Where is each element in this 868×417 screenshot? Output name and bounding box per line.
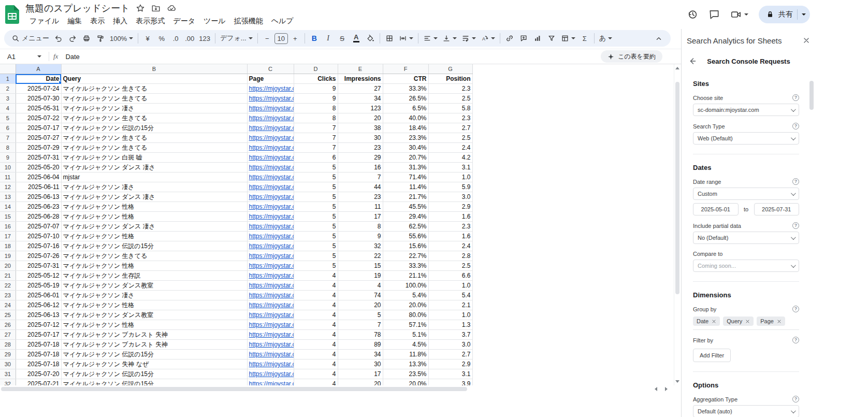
page-link[interactable]: https://mjoystar.c — [249, 105, 294, 112]
cell[interactable]: 9 — [294, 94, 338, 104]
row-header[interactable]: 31 — [0, 369, 16, 379]
cell[interactable]: 5 — [294, 172, 338, 182]
cell[interactable]: 123 — [338, 104, 383, 113]
move-folder-icon[interactable] — [151, 4, 161, 13]
menu-tools[interactable]: ツール — [199, 16, 230, 27]
row-header[interactable]: 13 — [0, 192, 16, 202]
page-link-cell[interactable]: https://mjoystar.c — [247, 113, 294, 123]
cell[interactable]: 20.0% — [383, 300, 428, 310]
chip-query[interactable]: Query — [723, 317, 754, 326]
row-header[interactable]: 26 — [0, 320, 16, 330]
cell[interactable]: マイケルジャクソン ダンス 凄さ — [61, 163, 247, 172]
cell[interactable]: 5 — [294, 232, 338, 241]
cell[interactable]: mjstar — [61, 172, 247, 182]
cell[interactable]: 5 — [294, 261, 338, 271]
select-all-corner[interactable] — [0, 64, 16, 74]
cell[interactable]: マイケルジャクソン 性格 — [61, 261, 247, 271]
row-header[interactable]: 19 — [0, 251, 16, 261]
row-header[interactable]: 7 — [0, 133, 16, 143]
cell[interactable]: 26.5% — [383, 94, 428, 104]
row-header[interactable]: 22 — [0, 281, 16, 291]
row-header[interactable]: 25 — [0, 310, 16, 320]
cell[interactable]: マイケルジャクソン 生きてる — [61, 94, 247, 104]
menu-data[interactable]: データ — [169, 16, 199, 27]
cell[interactable]: 4 — [294, 369, 338, 379]
cell[interactable]: 5.4% — [383, 291, 428, 300]
page-link-cell[interactable]: https://mjoystar.c — [247, 232, 294, 241]
cell[interactable]: マイケルジャクソン 生きてる — [61, 143, 247, 153]
row-header[interactable]: 27 — [0, 330, 16, 340]
row-header[interactable]: 12 — [0, 182, 16, 192]
cell[interactable]: 5 — [294, 241, 338, 251]
hide-menus-button[interactable] — [652, 32, 666, 45]
page-link-cell[interactable]: https://mjoystar.c — [247, 350, 294, 360]
cell[interactable]: 2.7 — [428, 123, 472, 133]
cell[interactable]: 2025-07-18 — [16, 360, 61, 369]
cell[interactable]: 2025-07-27 — [16, 133, 61, 143]
cell[interactable]: 3.7 — [428, 330, 472, 340]
table-views-button[interactable] — [559, 32, 577, 45]
cell[interactable]: 2025-07-17 — [16, 330, 61, 340]
cell[interactable]: 38 — [338, 123, 383, 133]
page-link-cell[interactable]: https://mjoystar.c — [247, 379, 294, 386]
cell[interactable]: 32 — [338, 241, 383, 251]
cell[interactable]: 74 — [338, 291, 383, 300]
column-header-F[interactable]: F — [383, 64, 428, 74]
remove-icon[interactable] — [777, 319, 782, 324]
cell[interactable]: 7 — [338, 320, 383, 330]
page-link[interactable]: https://mjoystar.c — [249, 311, 294, 319]
cell[interactable]: 7 — [294, 143, 338, 153]
page-link[interactable]: https://mjoystar.c — [249, 124, 294, 132]
cell[interactable]: 5 — [338, 310, 383, 320]
cell[interactable]: マイケルジャクソン 性格 — [61, 212, 247, 222]
page-link[interactable]: https://mjoystar.c — [249, 174, 294, 181]
cell[interactable]: 1.3 — [428, 320, 472, 330]
cell[interactable]: 13.3% — [383, 360, 428, 369]
cell[interactable]: 2025-07-20 — [16, 369, 61, 379]
cell[interactable]: 21.7% — [383, 192, 428, 202]
paint-format-button[interactable] — [94, 32, 107, 45]
cell[interactable]: 15 — [338, 261, 383, 271]
cell[interactable]: 23 — [338, 143, 383, 153]
menus-search-button[interactable]: メニュー — [9, 32, 51, 45]
cell[interactable]: 57.1% — [383, 320, 428, 330]
page-link-cell[interactable]: https://mjoystar.c — [247, 192, 294, 202]
menu-file[interactable]: ファイル — [25, 16, 63, 27]
page-link[interactable]: https://mjoystar.c — [249, 223, 294, 230]
cell[interactable]: 4 — [294, 291, 338, 300]
vertical-scroll-thumb[interactable] — [675, 82, 679, 294]
cell[interactable]: マイケルジャクソン 性格 — [61, 300, 247, 310]
cell[interactable]: 9 — [338, 232, 383, 241]
cell[interactable]: マイケルジャクソン 性格 — [61, 232, 247, 241]
add-filter-button[interactable]: Add Filter — [693, 349, 731, 362]
page-link-cell[interactable]: https://mjoystar.c — [247, 104, 294, 113]
cell[interactable]: マイケルジャクソン ブカレスト 失神 — [61, 330, 247, 340]
cell[interactable]: 2.5 — [428, 94, 472, 104]
italic-button[interactable]: I — [322, 32, 335, 45]
page-link[interactable]: https://mjoystar.c — [249, 134, 294, 141]
row-header[interactable]: 14 — [0, 202, 16, 212]
cell[interactable]: 8 — [294, 113, 338, 123]
cell[interactable]: 18.4% — [383, 123, 428, 133]
search-type-select[interactable]: Web (Default) — [693, 132, 799, 145]
cell[interactable]: 29 — [338, 153, 383, 163]
name-box[interactable]: A1 — [4, 53, 45, 61]
cell[interactable]: 2025-06-28 — [16, 212, 61, 222]
page-link-cell[interactable]: https://mjoystar.c — [247, 271, 294, 281]
column-header-B[interactable]: B — [61, 64, 247, 74]
cell[interactable]: 7 — [294, 133, 338, 143]
row-header[interactable]: 18 — [0, 241, 16, 251]
page-link-cell[interactable]: https://mjoystar.c — [247, 123, 294, 133]
increase-decimals-button[interactable]: .00 — [183, 32, 196, 45]
cell[interactable]: 1.0 — [428, 172, 472, 182]
cell[interactable]: 45.5% — [383, 202, 428, 212]
page-link-cell[interactable]: https://mjoystar.c — [247, 320, 294, 330]
help-icon[interactable]: ? — [792, 123, 799, 130]
share-menu-chevron-icon[interactable] — [802, 13, 806, 16]
help-icon[interactable]: ? — [792, 178, 799, 185]
cell[interactable]: マイケルジャクソン 生きてる — [61, 133, 247, 143]
cell[interactable]: 80.0% — [383, 310, 428, 320]
page-link[interactable]: https://mjoystar.c — [249, 380, 294, 385]
horizontal-align-button[interactable] — [421, 32, 440, 45]
cell[interactable]: 8 — [338, 222, 383, 232]
